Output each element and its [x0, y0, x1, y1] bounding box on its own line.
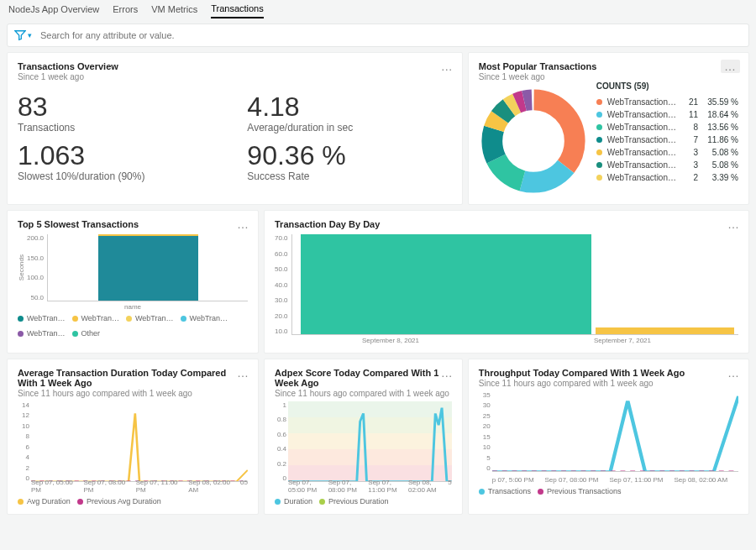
- card-title: Throughput Today Compared With 1 Week Ag…: [479, 368, 738, 378]
- popular-row[interactable]: WebTransaction… 2 3.39 %: [596, 171, 738, 184]
- y-axis-label: Seconds: [18, 254, 25, 280]
- metric-transactions: 83 Transactions: [18, 93, 222, 134]
- legend: TransactionsPrevious Transactions: [479, 487, 738, 495]
- popular-row[interactable]: WebTransaction… 8 13.56 %: [596, 121, 738, 134]
- popular-row[interactable]: WebTransaction… 7 11.86 %: [596, 134, 738, 146]
- legend-label: WebTran…: [27, 329, 66, 338]
- series-pct: 5.08 %: [703, 160, 738, 170]
- x-axis-label: name: [18, 303, 248, 311]
- popular-row[interactable]: WebTransaction… 3 5.08 %: [596, 146, 738, 159]
- legend-label: WebTran…: [190, 314, 228, 322]
- legend-label: Duration: [284, 497, 312, 505]
- counts-header: COUNTS (59): [596, 81, 738, 91]
- more-icon[interactable]: …: [441, 60, 454, 73]
- legend-dot-icon: [319, 499, 325, 505]
- donut-chart: [479, 86, 588, 196]
- legend-label: Avg Duration: [27, 497, 71, 505]
- series-count: 8: [681, 123, 698, 132]
- more-icon[interactable]: …: [727, 366, 740, 380]
- filter-icon: [14, 29, 26, 41]
- card-subtitle: Since 11 hours ago compared with 1 week …: [275, 389, 452, 398]
- tab-overview[interactable]: NodeJs App Overview: [8, 1, 99, 18]
- y-axis: 70.060.050.040.030.020.010.0: [275, 234, 291, 335]
- legend-item[interactable]: WebTran…: [181, 314, 228, 322]
- series-dot-icon: [596, 162, 602, 168]
- x-axis: September 8, 2021September 7, 2021: [275, 337, 738, 344]
- legend-item[interactable]: Other: [72, 329, 101, 338]
- legend-dot-icon: [77, 499, 83, 505]
- line-chart: 35302520151050 p 07, 5:00 PMSep 07, 08:0…: [479, 391, 738, 484]
- search-input[interactable]: [40, 30, 742, 40]
- series-pct: 13.56 %: [703, 123, 738, 132]
- line-chart: 10.80.60.40.20 Sep 07, 05:00 PMSep 07, 0…: [275, 401, 452, 494]
- series-dot-icon: [596, 99, 602, 105]
- legend-item[interactable]: Previous Transactions: [538, 487, 622, 495]
- card-subtitle: Since 1 week ago: [479, 72, 738, 81]
- legend-label: Previous Transactions: [547, 487, 622, 495]
- y-axis: 200.0150.0100.050.0: [27, 234, 47, 301]
- legend-item[interactable]: Transactions: [479, 487, 531, 495]
- series-pct: 35.59 %: [703, 97, 738, 107]
- legend-dot-icon: [18, 331, 24, 337]
- card-avg-duration: Average Transaction Duration Today Compa…: [7, 359, 259, 515]
- legend-dot-icon: [538, 489, 543, 495]
- metric-slowest: 1.063 Slowest 10%/duration (90%): [18, 142, 222, 182]
- tab-errors[interactable]: Errors: [113, 1, 138, 18]
- series-dot-icon: [596, 149, 602, 155]
- legend-label: Previous Avg Duration: [87, 497, 161, 505]
- card-title: Top 5 Slowest Transactions: [18, 219, 248, 229]
- metric-success-rate: 90.36 % Success Rate: [247, 142, 451, 182]
- series-dot-icon: [596, 112, 602, 118]
- popular-row[interactable]: WebTransaction… 11 18.64 %: [596, 108, 738, 121]
- card-throughput: Throughput Today Compared With 1 Week Ag…: [468, 359, 749, 515]
- legend-label: Transactions: [488, 487, 531, 495]
- legend-label: Previous Duration: [328, 497, 389, 505]
- popular-row[interactable]: WebTransaction… 3 5.08 %: [596, 159, 738, 171]
- legend-item[interactable]: WebTran…: [18, 314, 66, 322]
- legend-dot-icon: [72, 331, 78, 337]
- legend: Avg DurationPrevious Avg Duration: [18, 497, 248, 505]
- legend-label: WebTran…: [81, 314, 120, 322]
- legend-dot-icon: [275, 499, 281, 505]
- legend-item[interactable]: Duration: [275, 497, 312, 505]
- legend-item[interactable]: WebTran…: [18, 329, 66, 338]
- series-dot-icon: [596, 137, 602, 143]
- series-count: 3: [681, 160, 698, 170]
- legend-item[interactable]: Previous Duration: [319, 497, 389, 505]
- series-pct: 18.64 %: [703, 110, 738, 119]
- series-dot-icon: [596, 175, 602, 181]
- card-title: Transaction Day By Day: [275, 219, 738, 229]
- tab-vm-metrics[interactable]: VM Metrics: [151, 1, 197, 18]
- chevron-down-icon[interactable]: ▾: [28, 31, 32, 39]
- line-chart: 14121086420 Sep 07, 05:00 PMSep 07, 08:0…: [18, 401, 248, 494]
- legend-item[interactable]: Previous Avg Duration: [77, 497, 161, 505]
- more-icon[interactable]: …: [441, 366, 454, 380]
- legend-item[interactable]: WebTran…: [126, 314, 174, 322]
- more-icon[interactable]: …: [727, 217, 740, 231]
- search-bar[interactable]: ▾: [7, 24, 749, 47]
- legend: WebTran…WebTran…WebTran…WebTran…WebTran……: [18, 314, 248, 338]
- legend-item[interactable]: WebTran…: [72, 314, 120, 322]
- tab-transactions[interactable]: Transactions: [211, 0, 264, 18]
- series-pct: 3.39 %: [703, 173, 738, 182]
- card-subtitle: Since 11 hours ago compared with 1 week …: [18, 389, 248, 398]
- legend-label: WebTran…: [27, 314, 66, 322]
- legend-item[interactable]: Avg Duration: [18, 497, 71, 505]
- card-title: Most Popular Transactions: [479, 61, 738, 71]
- bar-plot: [291, 234, 738, 335]
- card-subtitle: Since 1 week ago: [18, 72, 452, 81]
- legend-dot-icon: [479, 489, 485, 495]
- card-title: Adpex Score Today Compared With 1 Week A…: [275, 368, 452, 388]
- series-count: 11: [681, 110, 698, 119]
- legend-label: WebTran…: [135, 314, 174, 322]
- card-title: Average Transaction Duration Today Compa…: [18, 368, 248, 388]
- popular-row[interactable]: WebTransaction… 21 35.59 %: [596, 96, 738, 108]
- series-pct: 5.08 %: [703, 148, 738, 157]
- legend-dot-icon: [126, 316, 132, 322]
- card-popular-transactions: Most Popular Transactions Since 1 week a…: [468, 52, 749, 205]
- more-icon[interactable]: …: [237, 366, 249, 380]
- more-icon[interactable]: …: [721, 60, 740, 73]
- popular-table: COUNTS (59) WebTransaction… 21 35.59 % W…: [596, 81, 738, 196]
- card-title: Transactions Overview: [18, 61, 452, 71]
- more-icon[interactable]: …: [237, 217, 249, 231]
